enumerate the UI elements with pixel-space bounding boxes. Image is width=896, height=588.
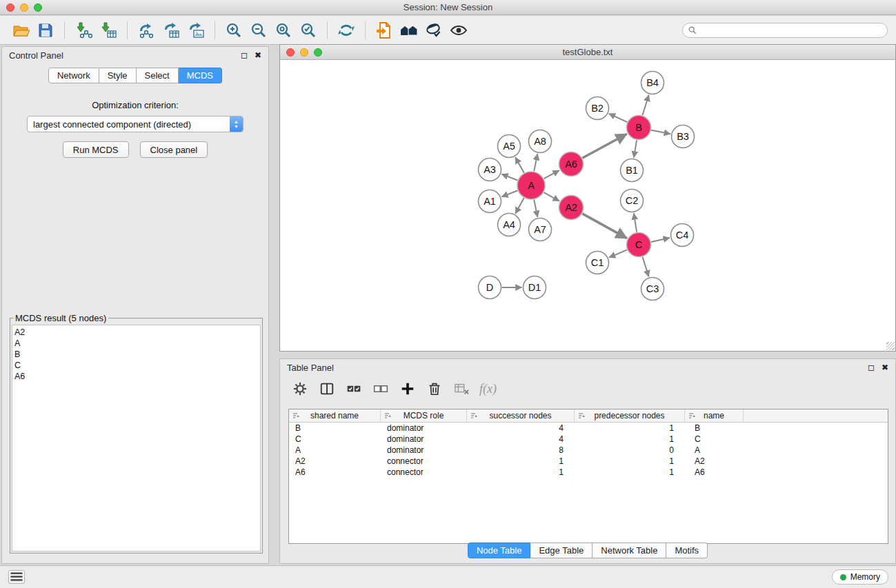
import-table-button[interactable] xyxy=(96,19,121,42)
node-A3[interactable]: A3 xyxy=(479,159,501,181)
edge-A2-C[interactable] xyxy=(582,214,627,239)
node-A1[interactable]: A1 xyxy=(479,190,501,213)
edge-B-B4[interactable] xyxy=(642,95,648,116)
edge-A-A4[interactable] xyxy=(515,198,524,214)
open-session-button[interactable] xyxy=(8,19,33,42)
tab-style[interactable]: Style xyxy=(99,68,137,83)
export-image-button[interactable] xyxy=(183,19,208,42)
zoom-network-window-button[interactable] xyxy=(314,48,322,57)
node-B3[interactable]: B3 xyxy=(672,125,695,148)
edge-A6-B[interactable] xyxy=(582,134,627,158)
add-column-button[interactable] xyxy=(399,380,417,398)
show-graphics-details-button[interactable] xyxy=(446,19,471,42)
node-B[interactable]: B xyxy=(627,116,651,140)
edge-C-C3[interactable] xyxy=(643,257,649,277)
zoom-window-button[interactable] xyxy=(34,3,42,12)
mcds-result-item[interactable]: C xyxy=(14,360,258,371)
edge-C-C2[interactable] xyxy=(634,213,637,232)
export-table-button[interactable] xyxy=(159,19,183,42)
node-A2[interactable]: A2 xyxy=(559,196,584,220)
tab-network-table[interactable]: Network Table xyxy=(593,543,666,558)
table-row[interactable]: Bdominator41B xyxy=(289,423,888,434)
select-all-rows-button[interactable] xyxy=(345,380,363,398)
node-C2[interactable]: C2 xyxy=(621,190,644,212)
edge-B-B1[interactable] xyxy=(634,140,637,157)
tab-edge-table[interactable]: Edge Table xyxy=(530,543,593,558)
edge-A-A2[interactable] xyxy=(544,192,559,201)
window-resize-grip[interactable] xyxy=(886,342,895,350)
table-row[interactable]: A6connector11A6 xyxy=(289,467,888,478)
node-C1[interactable]: C1 xyxy=(586,252,609,274)
mcds-result-item[interactable]: A2 xyxy=(14,327,258,338)
mcds-result-item[interactable]: B xyxy=(14,349,258,360)
edge-A-A8[interactable] xyxy=(534,154,537,171)
column-header-shared-name[interactable]: shared name xyxy=(289,409,381,422)
mcds-result-item[interactable]: A6 xyxy=(14,371,258,382)
edge-C-C1[interactable] xyxy=(609,250,627,257)
minimize-network-window-button[interactable] xyxy=(300,48,308,57)
edge-A-A1[interactable] xyxy=(501,191,517,197)
task-history-button[interactable] xyxy=(8,570,25,584)
table-row[interactable]: A2connector11A2 xyxy=(289,456,888,467)
zoom-in-button[interactable] xyxy=(221,19,246,42)
tab-select[interactable]: Select xyxy=(137,68,179,83)
apply-layout-button[interactable] xyxy=(334,19,359,42)
import-network-button[interactable] xyxy=(71,19,96,42)
node-D[interactable]: D xyxy=(479,276,501,299)
close-network-window-button[interactable] xyxy=(286,48,295,57)
node-C4[interactable]: C4 xyxy=(671,224,694,247)
toggle-style-button[interactable] xyxy=(421,19,446,42)
close-panel-button[interactable]: Close panel xyxy=(140,141,208,158)
float-table-panel-icon[interactable]: ◻ xyxy=(868,363,875,372)
node-A5[interactable]: A5 xyxy=(498,135,521,158)
edge-A-A5[interactable] xyxy=(515,157,524,173)
deselect-all-rows-button[interactable] xyxy=(372,380,390,398)
criterion-dropdown[interactable]: largest connected component (directed) ▲… xyxy=(27,116,243,132)
node-A8[interactable]: A8 xyxy=(529,130,552,153)
column-header-MCDS-role[interactable]: MCDS role xyxy=(381,409,467,422)
close-window-button[interactable] xyxy=(6,3,14,12)
edge-B-B2[interactable] xyxy=(609,114,627,122)
mcds-result-list[interactable]: A2ABCA6 xyxy=(12,325,261,551)
node-D1[interactable]: D1 xyxy=(524,276,546,299)
node-A4[interactable]: A4 xyxy=(498,214,521,236)
home-button[interactable] xyxy=(397,19,421,42)
memory-button[interactable]: Memory xyxy=(832,569,888,585)
float-panel-icon[interactable]: ◻ xyxy=(241,51,248,59)
open-recent-session-button[interactable] xyxy=(372,19,397,42)
close-table-panel-icon[interactable]: ✖ xyxy=(882,363,888,372)
node-C[interactable]: C xyxy=(627,233,651,257)
node-B1[interactable]: B1 xyxy=(621,159,644,182)
table-row[interactable]: Adominator80A xyxy=(289,445,888,456)
edge-B-B3[interactable] xyxy=(651,130,670,134)
show-columns-button[interactable] xyxy=(318,380,336,398)
function-builder-button[interactable]: f(x) xyxy=(479,382,497,396)
zoom-selected-button[interactable] xyxy=(296,19,321,42)
edge-A-A3[interactable] xyxy=(501,174,517,181)
column-header-predecessor-nodes[interactable]: predecessor nodes xyxy=(575,409,685,422)
node-C3[interactable]: C3 xyxy=(641,278,664,301)
node-B4[interactable]: B4 xyxy=(641,72,664,94)
close-panel-icon[interactable]: ✖ xyxy=(255,51,261,59)
tab-node-table[interactable]: Node Table xyxy=(468,543,531,558)
search-input[interactable] xyxy=(700,26,882,35)
export-network-button[interactable] xyxy=(134,19,159,42)
delete-column-button[interactable] xyxy=(426,380,444,398)
node-A[interactable]: A xyxy=(517,172,545,199)
delete-table-button[interactable] xyxy=(452,380,470,398)
run-mcds-button[interactable]: Run MCDS xyxy=(63,141,129,158)
zoom-fit-button[interactable] xyxy=(271,19,296,42)
mcds-result-item[interactable]: A xyxy=(14,338,258,349)
edge-A-A6[interactable] xyxy=(544,170,559,179)
zoom-out-button[interactable] xyxy=(246,19,271,42)
network-window-titlebar[interactable]: testGlobe.txt xyxy=(280,45,895,60)
node-A7[interactable]: A7 xyxy=(529,219,552,241)
table-settings-button[interactable] xyxy=(291,380,309,398)
column-header-successor-nodes[interactable]: successor nodes xyxy=(467,409,575,422)
tab-motifs[interactable]: Motifs xyxy=(666,543,708,558)
column-header-name[interactable]: name xyxy=(685,409,744,422)
minimize-window-button[interactable] xyxy=(20,3,28,12)
tab-mcds[interactable]: MCDS xyxy=(179,68,222,83)
tab-network[interactable]: Network xyxy=(48,68,99,83)
table-row[interactable]: Cdominator41C xyxy=(289,434,888,445)
